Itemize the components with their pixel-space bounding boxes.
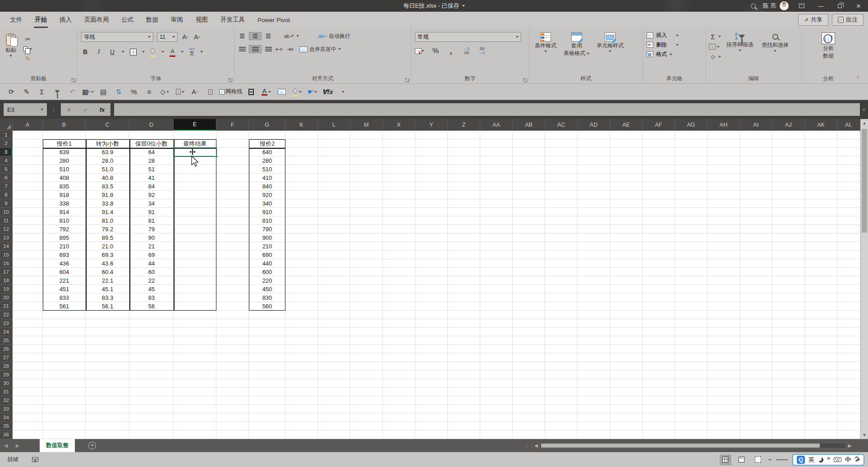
- row-header-1[interactable]: 1: [0, 131, 13, 139]
- cell-G18[interactable]: 220: [249, 276, 285, 285]
- cell-C12[interactable]: 79.2: [86, 225, 129, 234]
- cell-D4[interactable]: 28: [129, 156, 174, 165]
- overflow-chevron-icon[interactable]: [336, 86, 350, 98]
- ime-keyboard-icon[interactable]: [834, 457, 841, 462]
- insert-table-icon[interactable]: ▦+: [81, 86, 95, 98]
- cell-B18[interactable]: 221: [43, 276, 86, 285]
- cell-D15[interactable]: 69: [129, 251, 174, 259]
- selected-cell-E3[interactable]: [173, 147, 217, 157]
- cell-G4[interactable]: 280: [249, 156, 285, 165]
- cell-B21[interactable]: 561: [43, 302, 86, 311]
- row-header-7[interactable]: 7: [0, 182, 13, 191]
- formula-bar-grip[interactable]: ⋮: [51, 106, 57, 113]
- column-header-AI[interactable]: AI: [740, 119, 772, 131]
- column-header-M[interactable]: M: [350, 119, 383, 131]
- format-cells-button[interactable]: ▦ 格式: [647, 50, 702, 58]
- column-header-E[interactable]: E: [174, 119, 216, 131]
- row-header-22[interactable]: 22: [0, 311, 13, 319]
- underline-chevron-icon[interactable]: [122, 51, 124, 53]
- cell-B7[interactable]: 835: [43, 182, 86, 191]
- cell-B4[interactable]: 280: [43, 156, 86, 165]
- row-header-10[interactable]: 10: [0, 208, 13, 216]
- increase-indent-icon[interactable]: ⇥≡: [286, 45, 294, 53]
- fill-color-chevron-icon[interactable]: [161, 51, 164, 53]
- sheet-next-icon[interactable]: ▶: [12, 443, 23, 449]
- close-button[interactable]: ✕: [849, 0, 868, 12]
- refresh-table-icon[interactable]: ⟳: [5, 86, 18, 98]
- expand-formula-bar-icon[interactable]: ˅: [863, 107, 865, 112]
- column-header-A[interactable]: A: [13, 119, 43, 131]
- merge-center-button[interactable]: ↔合并后居中: [299, 46, 341, 53]
- ribbon-tab-视图[interactable]: 视图: [189, 12, 214, 28]
- cell-G6[interactable]: 410: [249, 174, 285, 182]
- cell-D10[interactable]: 91: [129, 208, 174, 216]
- cell-G21[interactable]: 560: [249, 302, 285, 311]
- font-dialog-launcher[interactable]: [229, 78, 232, 82]
- sheet-prev-icon[interactable]: ◀: [0, 443, 12, 449]
- wrap-text-button[interactable]: ab↩自动换行: [318, 32, 350, 40]
- shrink-font-icon[interactable]: A˅: [193, 33, 201, 41]
- borders-chevron-icon[interactable]: [142, 51, 145, 53]
- cell-G3[interactable]: 640: [249, 148, 285, 156]
- cell-B2[interactable]: 报价1: [43, 139, 86, 148]
- cell-B5[interactable]: 510: [43, 165, 86, 174]
- row-header-19[interactable]: 19: [0, 285, 13, 293]
- alignment-dialog-launcher[interactable]: [405, 78, 409, 82]
- undo-icon[interactable]: ↶: [66, 86, 79, 98]
- cell-G12[interactable]: 790: [249, 225, 285, 234]
- cell-D9[interactable]: 34: [129, 199, 174, 208]
- ime-punctuation-icon[interactable]: ”: [827, 458, 830, 462]
- search-button[interactable]: [744, 0, 762, 12]
- cell-B10[interactable]: 914: [43, 208, 86, 216]
- orientation-icon[interactable]: ab↗: [284, 32, 294, 40]
- insert-function-icon[interactable]: ∀fx: [321, 86, 335, 98]
- column-header-AF[interactable]: AF: [643, 119, 675, 131]
- scroll-down-icon[interactable]: ▼: [861, 431, 868, 439]
- format-painter-icon[interactable]: ✎: [23, 55, 32, 63]
- cell-C2[interactable]: 转为小数: [86, 139, 129, 148]
- cell-D8[interactable]: 92: [129, 191, 174, 199]
- cell-styles-button[interactable]: 单元格样式: [594, 31, 626, 75]
- gridlines-checkbox[interactable]: ✓网格线: [219, 86, 243, 98]
- cell-C10[interactable]: 91.4: [86, 208, 129, 216]
- hyperlink-icon[interactable]: ☛: [306, 86, 319, 98]
- accounting-format-button[interactable]: ¥: [415, 48, 424, 54]
- autosum-icon[interactable]: Σ: [35, 86, 49, 98]
- phonetic-chevron-icon[interactable]: [200, 51, 203, 53]
- shading-icon[interactable]: [244, 86, 258, 98]
- zoom-out-icon[interactable]: −: [768, 457, 772, 463]
- merge-cells-icon[interactable]: ↔: [275, 86, 289, 98]
- row-header-15[interactable]: 15: [0, 251, 13, 259]
- scroll-up-icon[interactable]: ▲: [861, 119, 868, 127]
- cell-G14[interactable]: 210: [249, 242, 285, 251]
- find-select-button[interactable]: 查找和选择: [759, 31, 791, 75]
- sort-table-icon[interactable]: ⇅: [112, 86, 125, 98]
- row-header-11[interactable]: 11: [0, 216, 13, 225]
- ribbon-display-options-button[interactable]: [792, 0, 811, 12]
- cell-C4[interactable]: 28.0: [86, 156, 129, 165]
- minimize-button[interactable]: —: [811, 0, 830, 12]
- column-header-F[interactable]: F: [216, 119, 249, 131]
- number-format-select[interactable]: 常规: [415, 32, 521, 42]
- column-header-AJ[interactable]: AJ: [772, 119, 805, 131]
- page-layout-view-button[interactable]: [736, 454, 748, 465]
- column-header-B[interactable]: B: [43, 119, 86, 131]
- cut-icon[interactable]: ✂: [23, 35, 32, 43]
- column-header-AD[interactable]: AD: [578, 119, 610, 131]
- column-header-K[interactable]: K: [285, 119, 318, 131]
- font-color-icon[interactable]: A: [260, 86, 273, 98]
- scrollbar-grip[interactable]: ⋮⋮: [525, 443, 533, 448]
- column-header-L[interactable]: L: [318, 119, 350, 131]
- cell-D12[interactable]: 79: [129, 225, 174, 234]
- autosum-icon[interactable]: Σ: [709, 32, 717, 41]
- cell-G5[interactable]: 510: [249, 165, 285, 174]
- orientation-chevron-icon[interactable]: [296, 35, 299, 37]
- clear-icon[interactable]: ◇: [158, 86, 171, 98]
- scroll-right-icon[interactable]: ▶: [848, 443, 852, 448]
- ribbon-tab-Power Pivot[interactable]: Power Pivot: [251, 12, 296, 28]
- save-status-chevron-icon[interactable]: [462, 5, 465, 7]
- ribbon-tab-页面布局[interactable]: 页面布局: [78, 12, 115, 28]
- font-color-chevron-icon[interactable]: [181, 51, 184, 53]
- grow-font-icon[interactable]: A^: [181, 33, 189, 41]
- cell-C15[interactable]: 69.3: [86, 251, 129, 259]
